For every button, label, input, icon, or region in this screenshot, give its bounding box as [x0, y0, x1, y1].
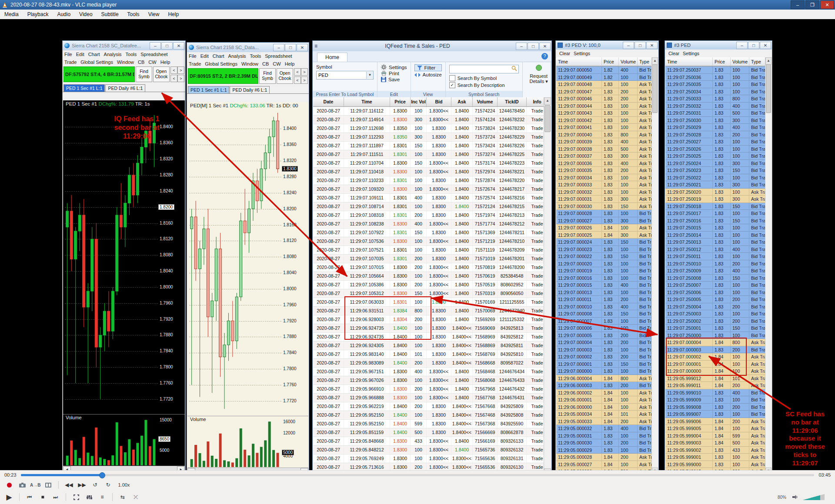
- table-row[interactable]: 11:29:07.0000131.83100Bid Trade: [556, 289, 652, 296]
- search-icon[interactable]: [511, 65, 517, 73]
- table-row[interactable]: 11:29:07.2500261.83100Bid Trade: [665, 146, 765, 153]
- scroll-left-icon[interactable]: ◄: [63, 466, 71, 470]
- menu-analysis[interactable]: Analysis: [104, 52, 122, 57]
- close-button[interactable]: ✕: [173, 42, 184, 50]
- vertical-scrollbar[interactable]: ▲ ▼: [765, 57, 772, 470]
- vlc-menu-subtitle[interactable]: Subtitle: [97, 10, 123, 18]
- table-row[interactable]: 11:29:07.2500211.83300Bid Trade: [665, 181, 765, 189]
- volume-icon[interactable]: [790, 492, 801, 502]
- maximize-button[interactable]: □: [748, 42, 759, 49]
- table-row[interactable]: 2020-08-2711:29:07.1075361.83001001.8300…: [313, 237, 544, 246]
- table-row[interactable]: 2020-08-2711:29:05.7692491.83001001.8300…: [313, 454, 544, 463]
- jump-back-button[interactable]: ↺: [89, 480, 100, 490]
- table-row[interactable]: 11:29:05.9990071.83100Bid Trade: [665, 411, 765, 418]
- panel-menu-settings[interactable]: Settings: [574, 51, 590, 56]
- table-row[interactable]: 2020-08-2711:29:07.1126981.83501001.8300…: [313, 124, 544, 133]
- find-symbol-button[interactable]: Find Symb: [259, 68, 276, 84]
- snapshot-button[interactable]: [17, 480, 28, 490]
- maximize-button[interactable]: □: [285, 44, 296, 51]
- table-row[interactable]: 2020-08-2711:29:07.1053861.83002001.8300…: [313, 281, 544, 289]
- scrollbar-thumb[interactable]: [544, 105, 551, 132]
- right-arrow-button[interactable]: >: [177, 75, 184, 82]
- menu-cw[interactable]: CW: [148, 60, 156, 65]
- table-row[interactable]: 11:29:07.2500231.83150Bid Trade: [665, 167, 765, 174]
- table-row[interactable]: 11:29:07.2500171.83100Bid Trade: [665, 210, 765, 217]
- table-row[interactable]: 11:29:07.0000331.83100Ask Trade: [556, 181, 652, 189]
- table-row[interactable]: 2020-08-2711:29:07.1070151.83002001.8300…: [313, 263, 544, 272]
- close-button[interactable]: ✕: [646, 42, 658, 49]
- seek-knob[interactable]: [99, 472, 105, 478]
- table-row[interactable]: 2020-08-2711:29:05.8482121.83001001.8300…: [313, 446, 544, 454]
- table-row[interactable]: 11:29:05.9990111.84200Ask Trade: [665, 382, 765, 389]
- left-arrow-button[interactable]: <: [170, 75, 177, 82]
- left-arrow-button[interactable]: <: [170, 66, 177, 74]
- table-row[interactable]: 11:29:07.0000271.83300Bid Trade: [556, 217, 652, 225]
- print-button[interactable]: Print: [381, 71, 407, 76]
- table-row[interactable]: 11:29:07.2500031.83100Bid Trade: [665, 310, 765, 318]
- scroll-right-icon[interactable]: ►: [177, 466, 185, 470]
- table-row[interactable]: 2020-08-2711:29:05.9668881.83001001.8300…: [313, 394, 544, 402]
- table-row[interactable]: 11:29:07.0000301.83150Ask Trade: [556, 203, 652, 210]
- table-row[interactable]: 11:29:05.9990031.84500Ask Trade: [665, 439, 765, 447]
- table-row[interactable]: 2020-08-2711:29:05.8511591.84005001.8300…: [313, 428, 544, 437]
- table-row[interactable]: 11:29:07.2500281.83200Bid Trade: [665, 131, 765, 139]
- vlc-menu-audio[interactable]: Audio: [53, 10, 75, 18]
- jump-forward-button[interactable]: ↻: [102, 480, 114, 490]
- table-row[interactable]: 2020-08-2711:29:05.9831401.84001011.8300…: [313, 350, 544, 359]
- left-arrow-button[interactable]: <: [294, 68, 301, 76]
- checkbox-icon[interactable]: [449, 75, 455, 81]
- table-row[interactable]: 11:29:07.0000321.83100Ask Trade: [556, 189, 652, 196]
- table-row[interactable]: 11:29:07.2500241.83300Bid Trade: [665, 160, 765, 167]
- table-row[interactable]: 11:29:07.0000001.83100Bid Trade: [556, 368, 652, 375]
- table-row[interactable]: 2020-08-2711:29:06.9315111.83848001.8300…: [313, 307, 544, 315]
- video-area[interactable]: Sierra Chart 2158 SC_Datafee... – □ ✕ Fi…: [0, 19, 835, 470]
- table-row[interactable]: 11:29:07.0000221.83150Bid Trade: [556, 253, 652, 260]
- table-row[interactable]: 11:29:07.2500101.83200Bid Trade: [665, 260, 765, 268]
- menu-spreadsheet[interactable]: Spreadsheet: [265, 53, 292, 59]
- menu-trade[interactable]: Trade: [189, 61, 201, 66]
- table-row[interactable]: 11:29:07.0000111.83200Bid Trade: [556, 296, 652, 303]
- vertical-scrollbar[interactable]: ▲ ▼: [651, 57, 658, 470]
- close-button[interactable]: ✕: [760, 42, 771, 49]
- filter-button[interactable]: Filter: [414, 64, 442, 71]
- scrollbar-thumb[interactable]: [766, 64, 771, 113]
- table-row[interactable]: 11:29:07.0000311.83300Ask Trade: [556, 196, 652, 203]
- panel-menu-clear[interactable]: Clear: [559, 51, 570, 56]
- table-row[interactable]: 2020-08-2711:29:05.9622191.84002001.8300…: [313, 402, 544, 411]
- column-header-volume[interactable]: Volume: [731, 57, 749, 66]
- table-row[interactable]: 11:29:07.2500071.83100Bid Trade: [665, 282, 765, 289]
- table-row[interactable]: 2020-08-2711:29:05.9830891.84002001.8300…: [313, 359, 544, 368]
- maximize-button[interactable]: □: [528, 43, 539, 50]
- vlc-menu-tools[interactable]: Tools: [123, 10, 144, 18]
- table-row[interactable]: 11:29:07.2500321.83400Bid Trade: [665, 103, 765, 110]
- table-row[interactable]: 11:29:07.0000011.84100Ask Trade: [665, 361, 765, 368]
- table-row[interactable]: 11:29:07.0000361.83400Ask Trade: [556, 160, 652, 167]
- column-header-bid[interactable]: Bid: [427, 97, 451, 106]
- table-row[interactable]: 11:29:05.9990021.83433Ask Trade: [665, 447, 765, 454]
- table-row[interactable]: 11:29:05.9990101.83400Bid Trade: [665, 389, 765, 397]
- table-row[interactable]: 11:29:06.0000011.84100Ask Trade: [556, 396, 652, 404]
- help-icon[interactable]: ?: [541, 53, 548, 60]
- table-row[interactable]: 11:29:07.0000401.83800Ask Trade: [556, 131, 652, 139]
- close-button[interactable]: ✕: [539, 43, 551, 50]
- table-row[interactable]: 2020-08-2711:29:05.7136161.83002001.8300…: [313, 463, 544, 470]
- menu-window[interactable]: Window: [241, 61, 258, 66]
- menu-edit[interactable]: Edit: [200, 53, 209, 59]
- table-row[interactable]: 11:29:05.9990081.83200Bid Trade: [665, 404, 765, 411]
- menu-chart[interactable]: Chart: [213, 53, 224, 59]
- table-row[interactable]: 11:29:06.0000041.84800Ask Trade: [556, 375, 652, 382]
- table-row[interactable]: 2020-08-2711:29:07.1118971.83011501.8300…: [313, 142, 544, 150]
- table-row[interactable]: 11:29:07.0000101.83400Bid Trade: [556, 303, 652, 311]
- loop-ab-button[interactable]: A→B: [30, 480, 41, 490]
- table-row[interactable]: 11:29:07.0000001.84100Ask Trade: [665, 368, 765, 375]
- frame-by-frame-button[interactable]: [43, 480, 54, 490]
- autosize-button[interactable]: Autosize: [414, 72, 442, 77]
- next-frame-button[interactable]: ▶▶: [76, 480, 87, 490]
- table-row[interactable]: 11:29:07.0000481.83100Ask Trade: [556, 81, 652, 88]
- table-row[interactable]: 11:29:07.0000381.83500Ask Trade: [556, 146, 652, 153]
- menu-file[interactable]: File: [189, 53, 197, 59]
- scroll-up-icon[interactable]: ▲: [652, 57, 658, 65]
- table-row[interactable]: 11:29:05.0000271.84100Ask Trade: [556, 461, 652, 468]
- table-row[interactable]: 11:29:07.0000161.83100Bid Trade: [556, 275, 652, 282]
- vlc-menu-playback[interactable]: Playback: [23, 10, 53, 18]
